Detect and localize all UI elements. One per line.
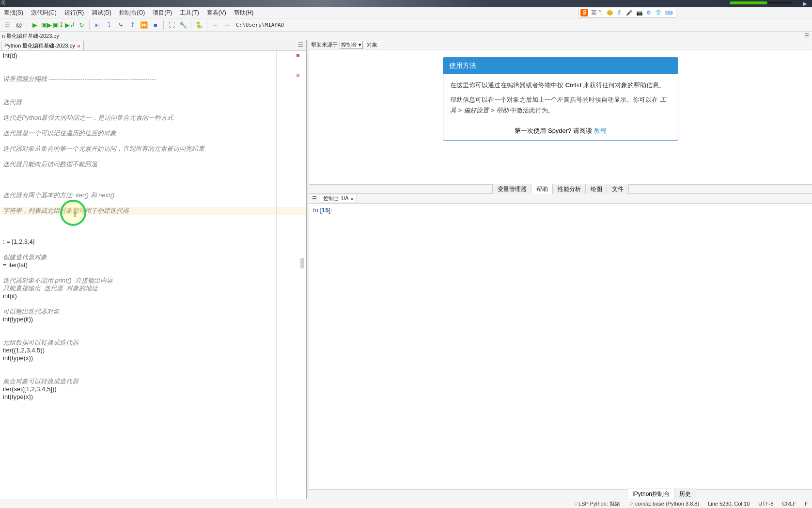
help-source-combo[interactable]: 控制台 ▾ <box>340 41 363 49</box>
code-line[interactable]: 迭代器只能向后访问数据不能回退 <box>1 160 306 168</box>
tab-profiler[interactable]: 性能分析 <box>552 184 586 194</box>
working-dir-path[interactable]: C:\Users\MIAPAD <box>236 22 284 28</box>
code-line[interactable]: 迭代器对象从集合的第一个元素开始访问，直到所有的元素被访问完结束 <box>1 145 306 153</box>
menu-source[interactable]: 源代码(C) <box>27 7 61 18</box>
code-line[interactable]: int(d) <box>1 52 306 60</box>
tab-files[interactable]: 文件 <box>607 184 629 194</box>
menu-help[interactable]: 帮助(H) <box>230 7 258 18</box>
person-icon[interactable]: 🕏 <box>617 10 622 16</box>
menu-view[interactable]: 查看(V) <box>203 7 230 18</box>
menu-run[interactable]: 运行(R) <box>61 7 88 18</box>
tab-variable-explorer[interactable]: 变量管理器 <box>492 184 532 194</box>
preferences-icon[interactable]: 🔧 <box>178 20 188 31</box>
status-lsp[interactable]: ♢LSP Python: 就绪 <box>574 500 620 508</box>
code-line[interactable] <box>1 300 306 308</box>
code-line[interactable] <box>1 168 306 176</box>
scrollbar-thumb[interactable] <box>300 258 304 269</box>
outline-icon[interactable]: ☰ <box>2 20 13 31</box>
run-selection-icon[interactable]: ▶↲ <box>64 20 75 31</box>
menu-consoles[interactable]: 控制台(O) <box>115 7 149 18</box>
code-line[interactable]: 元组数据可以转换成迭代器 <box>1 339 306 347</box>
code-line[interactable]: iter((1,2,3,4,5)) <box>1 347 306 354</box>
code-editor[interactable]: int(d) 讲座视频分隔线 -------------------------… <box>0 51 306 499</box>
keyboard-icon[interactable]: ⌨ <box>665 10 673 16</box>
forward-icon[interactable]: → <box>221 20 232 31</box>
code-line[interactable] <box>1 91 306 98</box>
at-icon[interactable]: @ <box>14 20 24 31</box>
code-line[interactable] <box>1 176 306 184</box>
code-line[interactable] <box>1 184 306 191</box>
status-conda[interactable]: ♢ conda: base (Python 3.8.8) <box>629 501 699 507</box>
code-line[interactable]: 集合对象可以转换成迭代器 <box>1 378 306 385</box>
emoji-icon[interactable]: 😊 <box>607 10 613 16</box>
code-line[interactable]: = iter(lst) <box>1 261 306 269</box>
sogou-icon[interactable]: S <box>580 9 588 16</box>
camera-icon[interactable]: 📷 <box>636 10 643 16</box>
code-line[interactable] <box>1 60 306 67</box>
tutorial-link[interactable]: 教程 <box>594 127 607 134</box>
code-line[interactable]: int(it) <box>1 292 306 300</box>
code-line[interactable] <box>1 246 306 254</box>
options-icon[interactable]: ☰ <box>298 42 303 48</box>
code-line[interactable]: int(type(x)) <box>1 393 306 401</box>
run-cell-advance-icon[interactable]: ▣↧ <box>53 20 63 31</box>
shirt-icon[interactable]: 👕 <box>655 10 662 16</box>
run-cell-icon[interactable]: ▣▶ <box>41 20 52 31</box>
code-line[interactable] <box>1 137 306 145</box>
status-eol[interactable]: CRLF <box>782 501 796 507</box>
code-line[interactable] <box>1 230 306 238</box>
help-object-input[interactable] <box>379 41 810 48</box>
code-line[interactable] <box>1 269 306 277</box>
code-line[interactable] <box>1 362 306 370</box>
code-line[interactable]: 迭代器对象不能用 print() 直接输出内容 <box>1 277 306 285</box>
code-line[interactable] <box>1 106 306 114</box>
code-line[interactable]: 只能直接输出 迭代器 对象的地址 <box>1 285 306 292</box>
tab-help[interactable]: 帮助 <box>531 184 553 194</box>
menu-projects[interactable]: 项目(P) <box>149 7 176 18</box>
debug-step-into-icon[interactable]: ⤷ <box>115 20 126 31</box>
status-encoding[interactable]: UTF-8 <box>758 501 773 507</box>
console-tab[interactable]: 控制台 1/A × <box>320 194 357 203</box>
mic-icon[interactable]: 🎤 <box>626 10 633 16</box>
code-line[interactable]: 迭代器是一个可以记住遍历的位置的对象 <box>1 129 306 137</box>
code-line[interactable]: 讲座视频分隔线 --------------------------------… <box>1 75 306 83</box>
debug-step-out-icon[interactable]: ⤴ <box>127 20 138 31</box>
rerun-icon[interactable]: ↻ <box>76 20 87 31</box>
code-line[interactable]: 迭代是Python最强大的功能之一，是访问集合元素的一种方式 <box>1 114 306 122</box>
code-line[interactable]: int(type(x)) <box>1 354 306 362</box>
back-icon[interactable]: ← <box>210 20 220 31</box>
code-line[interactable] <box>1 215 306 222</box>
code-line[interactable] <box>1 370 306 378</box>
tab-history[interactable]: 历史 <box>674 489 696 500</box>
maximize-icon[interactable]: ⛶ <box>166 20 177 31</box>
status-position[interactable]: Line 5230, Col 10 <box>708 501 750 507</box>
code-line[interactable] <box>1 331 306 339</box>
code-line[interactable]: iter(set([1,2,3,4,5])) <box>1 385 306 393</box>
code-line[interactable] <box>1 199 306 207</box>
code-line[interactable] <box>1 153 306 160</box>
menu-icon[interactable]: ☰ <box>804 32 809 39</box>
code-line[interactable]: 创建迭代器对象 <box>1 254 306 261</box>
code-line[interactable]: 可以输出迭代器对象 <box>1 308 306 316</box>
editor-tab[interactable]: Python 量化编程基础-2023.py × <box>1 41 84 50</box>
menu-find[interactable]: 查找(S) <box>0 7 27 18</box>
browse-tabs-icon[interactable]: ☰ <box>311 195 318 202</box>
debug-step-over-icon[interactable]: ⏯ <box>92 20 103 31</box>
close-icon[interactable]: × <box>351 196 354 202</box>
debug-continue-icon[interactable]: ⏩ <box>139 20 149 31</box>
tab-ipython[interactable]: IPython控制台 <box>627 489 675 500</box>
python-path-icon[interactable]: 🐍 <box>194 20 204 31</box>
ime-lang[interactable]: 英 °, <box>591 9 602 17</box>
code-line[interactable]: 迭代器 <box>1 98 306 106</box>
close-icon[interactable]: × <box>77 43 80 49</box>
code-line[interactable]: 字符串，列表或元组对象都可用于创建迭代器 <box>1 207 306 215</box>
ime-toolbar[interactable]: S 英 °, 😊 🕏 🎤 📷 ⚙ 👕 ⌨ <box>578 8 676 17</box>
code-line[interactable]: : = [1,2,3,4] <box>1 238 306 246</box>
code-line[interactable] <box>1 122 306 129</box>
gear-icon[interactable]: ⚙ <box>646 10 651 16</box>
tab-plots[interactable]: 绘图 <box>585 184 608 194</box>
menu-tools[interactable]: 工具(T) <box>176 7 203 18</box>
code-line[interactable] <box>1 83 306 91</box>
debug-stop-icon[interactable]: ■ <box>150 20 161 31</box>
code-line[interactable]: 迭代器有两个基本的方法: iter() 和 next() <box>1 191 306 199</box>
